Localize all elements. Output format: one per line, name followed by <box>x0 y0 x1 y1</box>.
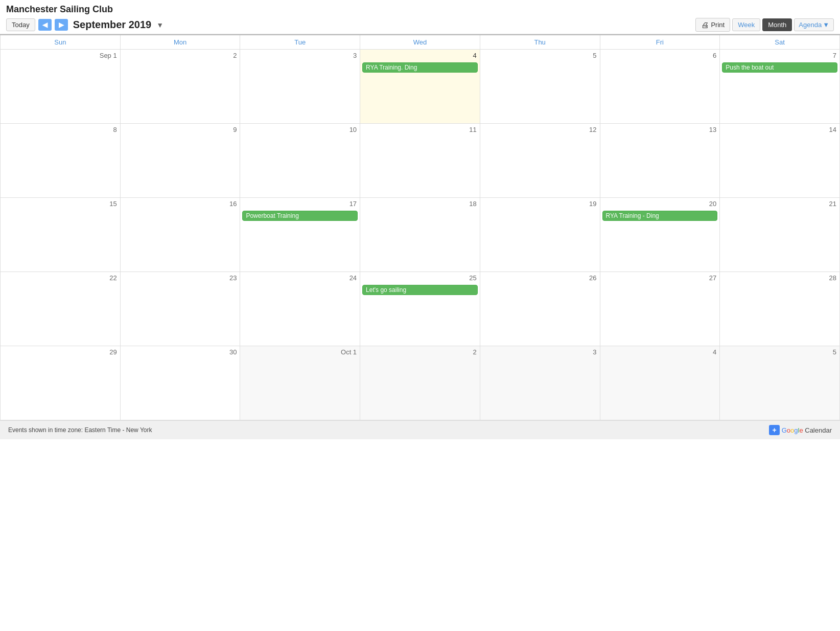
day-number: 28 <box>722 273 837 284</box>
app-title: Manchester Sailing Club <box>6 4 834 15</box>
day-number: 20 <box>602 199 718 210</box>
agenda-view-button[interactable]: Agenda ▼ <box>794 18 834 31</box>
calendar-event[interactable]: Push the boat out <box>722 62 837 73</box>
week-view-button[interactable]: Week <box>732 18 760 31</box>
calendar-event[interactable]: Let's go sailing <box>362 285 478 295</box>
day-number: 5 <box>722 347 837 358</box>
calendar-cell[interactable]: 23 <box>120 272 240 346</box>
day-number: 13 <box>602 125 718 136</box>
day-number: 6 <box>602 51 718 61</box>
calendar-cell[interactable]: 4 <box>600 346 720 420</box>
day-number: 18 <box>362 199 478 210</box>
calendar-cell[interactable]: 26 <box>480 272 600 346</box>
agenda-dropdown-icon[interactable]: ▼ <box>823 21 829 29</box>
calendar-cell[interactable]: 19 <box>480 198 600 272</box>
day-number: 2 <box>362 347 478 358</box>
calendar-cell[interactable]: 11 <box>360 124 480 198</box>
day-number: 16 <box>123 199 238 210</box>
day-number: 26 <box>482 273 598 284</box>
calendar-cell[interactable]: 28 <box>720 272 840 346</box>
calendar-cell[interactable]: 30 <box>120 346 240 420</box>
calendar-cell[interactable]: Sep 1 <box>1 50 121 124</box>
calendar-cell[interactable]: 29 <box>1 346 121 420</box>
prev-button[interactable]: ◀ <box>38 19 52 31</box>
calendar-cell[interactable]: 7Push the boat out <box>720 50 840 124</box>
month-year-title: September 2019 <box>73 19 151 31</box>
month-view-button[interactable]: Month <box>762 18 792 31</box>
day-of-week-header: Fri <box>600 35 720 50</box>
day-number: 9 <box>123 125 238 136</box>
day-number: 29 <box>3 347 118 358</box>
today-button[interactable]: Today <box>6 18 35 31</box>
calendar-cell[interactable]: 2 <box>120 50 240 124</box>
day-number: 25 <box>362 273 478 284</box>
day-number: 27 <box>602 273 718 284</box>
calendar-cell[interactable]: 12 <box>480 124 600 198</box>
google-plus-icon: + <box>769 425 779 435</box>
timezone-note: Events shown in time zone: Eastern Time … <box>8 426 152 434</box>
day-of-week-header: Thu <box>480 35 600 50</box>
calendar-cell[interactable]: 9 <box>120 124 240 198</box>
day-number: 30 <box>123 347 238 358</box>
calendar-cell[interactable]: 4RYA Training. Ding <box>360 50 480 124</box>
day-number: 2 <box>123 51 238 61</box>
calendar-cell[interactable]: 25Let's go sailing <box>360 272 480 346</box>
day-number: 23 <box>123 273 238 284</box>
day-of-week-header: Sun <box>1 35 121 50</box>
calendar-cell[interactable]: 13 <box>600 124 720 198</box>
calendar-event[interactable]: RYA Training. Ding <box>362 62 478 73</box>
top-bar: Manchester Sailing Club Today ◀ ▶ Septem… <box>0 0 840 34</box>
calendar-event[interactable]: RYA Training - Ding <box>602 211 718 221</box>
google-calendar-link[interactable]: + Google Calendar <box>769 425 832 435</box>
day-number: 22 <box>3 273 118 284</box>
calendar-cell[interactable]: 8 <box>1 124 121 198</box>
day-number: 4 <box>362 51 478 61</box>
day-number: 12 <box>482 125 598 136</box>
day-number: 3 <box>242 51 358 61</box>
day-number: 7 <box>722 51 837 61</box>
print-button[interactable]: 🖨 Print <box>695 18 730 32</box>
next-button[interactable]: ▶ <box>55 19 68 31</box>
calendar-cell[interactable]: 15 <box>1 198 121 272</box>
day-number: 15 <box>3 199 118 210</box>
day-number: 5 <box>482 51 598 61</box>
footer: Events shown in time zone: Eastern Time … <box>0 420 840 439</box>
day-number: 17 <box>242 199 358 210</box>
day-number: 3 <box>482 347 598 358</box>
day-number: 19 <box>482 199 598 210</box>
calendar-cell[interactable]: 22 <box>1 272 121 346</box>
calendar-cell[interactable]: 18 <box>360 198 480 272</box>
calendar-cell[interactable]: 27 <box>600 272 720 346</box>
day-number: Sep 1 <box>3 51 118 61</box>
day-number: 4 <box>602 347 718 358</box>
day-of-week-header: Wed <box>360 35 480 50</box>
day-number: 10 <box>242 125 358 136</box>
day-number: 8 <box>3 125 118 136</box>
calendar-cell[interactable]: 3 <box>480 346 600 420</box>
calendar-cell[interactable]: 5 <box>480 50 600 124</box>
day-of-week-header: Mon <box>120 35 240 50</box>
calendar-cell[interactable]: 10 <box>240 124 360 198</box>
day-number: 11 <box>362 125 478 136</box>
calendar-grid: SunMonTueWedThuFriSat Sep 1234RYA Traini… <box>0 34 840 420</box>
dropdown-arrow-icon[interactable]: ▼ <box>156 21 164 29</box>
calendar-cell[interactable]: 6 <box>600 50 720 124</box>
day-number: 14 <box>722 125 837 136</box>
calendar-cell[interactable]: 16 <box>120 198 240 272</box>
calendar-cell[interactable]: 3 <box>240 50 360 124</box>
calendar-cell[interactable]: 2 <box>360 346 480 420</box>
calendar-cell[interactable]: 21 <box>720 198 840 272</box>
calendar-cell[interactable]: 20RYA Training - Ding <box>600 198 720 272</box>
printer-icon: 🖨 <box>701 20 709 29</box>
day-of-week-header: Sat <box>720 35 840 50</box>
day-of-week-header: Tue <box>240 35 360 50</box>
calendar-cell[interactable]: 5 <box>720 346 840 420</box>
calendar-cell[interactable]: 14 <box>720 124 840 198</box>
calendar-cell[interactable]: Oct 1 <box>240 346 360 420</box>
calendar-cell[interactable]: 24 <box>240 272 360 346</box>
calendar-cell[interactable]: 17Powerboat Training <box>240 198 360 272</box>
calendar-event[interactable]: Powerboat Training <box>242 211 358 221</box>
day-number: 21 <box>722 199 837 210</box>
day-number: Oct 1 <box>242 347 358 358</box>
day-number: 24 <box>242 273 358 284</box>
